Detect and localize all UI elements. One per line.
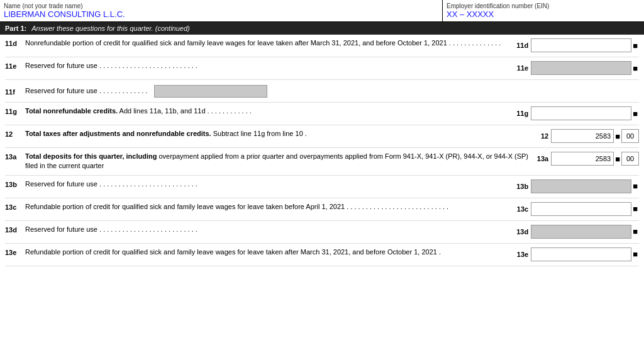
row-11d-desc: Nonrefundable portion of credit for qual…: [25, 38, 516, 48]
row-11f-dots: . . . . . . . . . . . . .: [99, 86, 147, 94]
row-13a-value[interactable]: 2583: [551, 152, 614, 166]
row-11g-input[interactable]: [531, 106, 631, 120]
row-11e-dots: . . . . . . . . . . . . . . . . . . . . …: [99, 62, 197, 69]
row-13d-field-label: 13d: [516, 228, 528, 236]
row-11g-desc: Total nonrefundable credits. Add lines 1…: [25, 106, 516, 116]
part1-question: Answer these questions for this quarter.…: [31, 25, 190, 32]
ein-value: XX – XXXXX: [447, 9, 640, 19]
ein-label: Employer identification number (EIN): [447, 3, 640, 9]
row-12-num: 12: [5, 129, 25, 138]
row-11d-dots: . . . . . . . . . . . . . .: [449, 39, 501, 47]
row-13b-input: [531, 179, 631, 193]
row-12-input-group: 2583 ■ 00: [551, 129, 639, 143]
row-11g-field-label: 11g: [516, 110, 528, 117]
part1-header: Part 1: Answer these questions for this …: [0, 22, 644, 35]
row-11d-input-group: ■: [531, 38, 639, 52]
row-13e-input[interactable]: [531, 247, 631, 261]
row-13c-dots: . . . . . . . . . . . . . . . . . . . . …: [347, 203, 448, 210]
row-13c-input[interactable]: [531, 202, 631, 216]
row-11f: 11f Reserved for future use . . . . . . …: [5, 80, 639, 103]
row-11f-num: 11f: [5, 87, 25, 96]
row-13b-input-group: ■: [531, 179, 639, 193]
row-13a-input-group: 2583 ■ 00: [551, 152, 639, 166]
row-13d-field: 13d ■: [516, 225, 639, 239]
row-12-dots: .: [305, 130, 307, 137]
row-13d-desc: Reserved for future use . . . . . . . . …: [25, 225, 516, 234]
row-13c-field: 13c ■: [517, 202, 639, 216]
row-13a-desc: Total deposits for this quarter, includi…: [25, 152, 537, 171]
row-11g-field: 11g ■: [516, 106, 639, 120]
row-12-field-label: 12: [541, 132, 548, 140]
row-11d-field: 11d ■: [516, 38, 639, 52]
row-11e-field: 11e ■: [517, 61, 639, 75]
row-11g-num: 11g: [5, 106, 25, 115]
row-13a-field: 13a 2583 ■ 00: [537, 152, 639, 166]
form-page: Name (not your trade name) LIBERMAN CONS…: [0, 0, 644, 266]
row-13d: 13d Reserved for future use . . . . . . …: [5, 221, 639, 244]
row-13d-dots: . . . . . . . . . . . . . . . . . . . . …: [99, 225, 197, 233]
name-value: LIBERMAN CONSULTING L.L.C.: [4, 9, 438, 19]
form-rows: 11d Nonrefundable portion of credit for …: [0, 35, 644, 266]
row-13b-field-label: 13b: [516, 183, 528, 190]
row-13e-field: 13e ■: [517, 247, 639, 261]
row-13b-num: 13b: [5, 179, 25, 188]
row-13b-dots: . . . . . . . . . . . . . . . . . . . . …: [99, 180, 197, 188]
row-11d-field-label: 11d: [516, 42, 528, 49]
row-11d-input[interactable]: [531, 38, 631, 52]
row-13e: 13e Refundable portion of credit for qua…: [5, 244, 639, 266]
part1-label: Part 1:: [5, 25, 26, 32]
row-11f-desc: Reserved for future use . . . . . . . . …: [25, 85, 639, 98]
row-13c-num: 13c: [5, 202, 25, 211]
row-13a-cents: 00: [621, 152, 639, 166]
row-12-cents: 00: [621, 129, 639, 143]
row-13d-num: 13d: [5, 225, 25, 234]
row-11d-num: 11d: [5, 38, 25, 47]
row-13a: 13a Total deposits for this quarter, inc…: [5, 148, 639, 176]
row-13b: 13b Reserved for future use . . . . . . …: [5, 176, 639, 198]
ein-section: Employer identification number (EIN) XX …: [443, 0, 644, 21]
row-11e-input-group: ■: [531, 61, 639, 75]
row-11e-desc: Reserved for future use . . . . . . . . …: [25, 61, 517, 71]
row-13c-field-label: 13c: [517, 205, 528, 213]
row-11g-input-group: ■: [531, 106, 639, 120]
row-11d: 11d Nonrefundable portion of credit for …: [5, 35, 639, 57]
row-12: 12 Total taxes after adjustments and non…: [5, 125, 639, 148]
row-11e: 11e Reserved for future use . . . . . . …: [5, 57, 639, 80]
row-13b-desc: Reserved for future use . . . . . . . . …: [25, 179, 516, 189]
row-12-field: 12 2583 ■ 00: [541, 129, 639, 143]
row-13e-input-group: ■: [531, 247, 639, 261]
name-label: Name (not your trade name): [4, 3, 438, 9]
name-section: Name (not your trade name) LIBERMAN CONS…: [0, 0, 443, 21]
row-13e-dots: .: [439, 248, 441, 256]
row-13b-field: 13b ■: [516, 179, 639, 193]
row-13c: 13c Refundable portion of credit for qua…: [5, 198, 639, 221]
row-13c-desc: Refundable portion of credit for qualifi…: [25, 202, 517, 212]
row-13a-field-label: 13a: [537, 155, 548, 162]
row-11g: 11g Total nonrefundable credits. Add lin…: [5, 103, 639, 125]
row-12-value[interactable]: 2583: [551, 129, 614, 143]
row-11e-input: [531, 61, 631, 75]
row-13e-desc: Refundable portion of credit for qualifi…: [25, 247, 517, 257]
row-13a-num: 13a: [5, 152, 25, 161]
header: Name (not your trade name) LIBERMAN CONS…: [0, 0, 644, 22]
row-13e-num: 13e: [5, 247, 25, 256]
row-12-desc: Total taxes after adjustments and nonref…: [25, 129, 541, 139]
row-13c-input-group: ■: [531, 202, 639, 216]
row-13e-field-label: 13e: [517, 251, 528, 258]
row-11e-field-label: 11e: [517, 64, 528, 72]
row-11f-gray-block: [154, 85, 267, 98]
row-11g-dots: . . . . . . . . . . . .: [208, 107, 252, 115]
row-11e-num: 11e: [5, 61, 25, 70]
row-13d-input-group: ■: [531, 225, 639, 239]
row-13d-input: [531, 225, 631, 239]
